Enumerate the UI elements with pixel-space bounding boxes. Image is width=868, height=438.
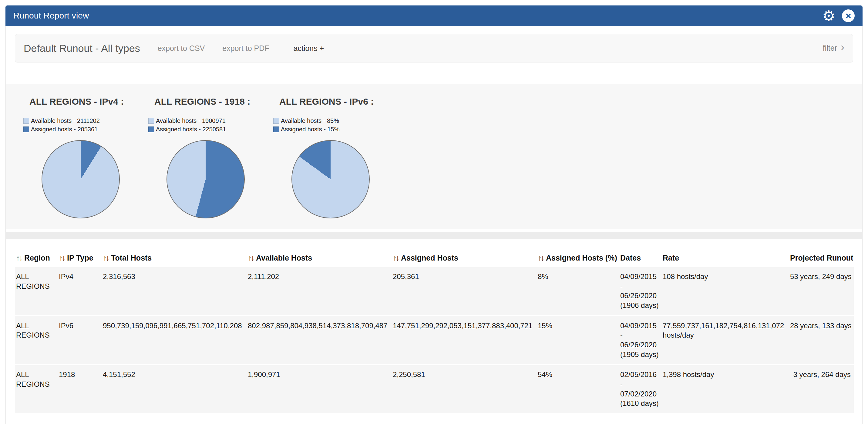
legend-swatch — [148, 126, 154, 132]
sort-icon[interactable]: ↑↓ — [16, 254, 22, 262]
column-label: Projected Runout — [790, 254, 853, 262]
sort-icon[interactable]: ↑↓ — [248, 254, 253, 262]
table-cell: 2,316,563 — [103, 267, 248, 316]
table-row: ALL REGIONS19184,151,5521,900,9712,250,5… — [15, 365, 854, 414]
legend-label: Assigned hosts - 205361 — [31, 125, 98, 133]
table-cell: 02/05/2016 - 07/02/2020 (1610 days) — [620, 365, 663, 414]
chart-title: ALL REGIONS - IPv6 : — [273, 96, 398, 107]
table-cell: 3 years, 264 days — [790, 365, 854, 414]
table-row: ALL REGIONSIPv6950,739,159,096,991,665,7… — [15, 316, 854, 365]
legend-swatch — [23, 118, 29, 124]
column-header-assigned-hosts[interactable]: ↑↓Assigned Hosts (%) — [538, 249, 620, 267]
table-cell: 04/09/2015 - 06/26/2020 (1906 days) — [620, 267, 663, 316]
legend-swatch — [273, 118, 279, 124]
column-label: Available Hosts — [256, 254, 312, 262]
table-cell: 2,250,581 — [393, 365, 538, 414]
column-label: Dates — [620, 254, 641, 262]
horizontal-scrollbar[interactable] — [6, 232, 862, 239]
report-toolbar: Default Runout - All types export to CSV… — [15, 34, 853, 62]
table-cell: 147,751,299,292,053,151,377,883,400,721 — [393, 316, 538, 365]
pie-chart-group: ALL REGIONS - IPv6 :Available hosts - 85… — [273, 96, 398, 218]
column-label: Assigned Hosts — [401, 254, 458, 262]
legend-item: Available hosts - 1900971 — [148, 117, 273, 125]
table-cell: 53 years, 249 days — [790, 267, 854, 316]
pie-chart-group: ALL REGIONS - 1918 :Available hosts - 19… — [148, 96, 273, 218]
runout-table: ↑↓Region↑↓IP Type↑↓Total Hosts↑↓Availabl… — [15, 249, 854, 414]
legend-swatch — [148, 118, 154, 124]
table-cell: 1,398 hosts/day — [663, 365, 790, 414]
legend-item: Assigned hosts - 205361 — [23, 125, 148, 133]
column-label: IP Type — [67, 254, 93, 262]
legend-label: Assigned hosts - 15% — [281, 125, 339, 133]
sort-icon[interactable]: ↑↓ — [393, 254, 399, 262]
legend-item: Assigned hosts - 15% — [273, 125, 398, 133]
legend-item: Assigned hosts - 2250581 — [148, 125, 273, 133]
column-label: Rate — [663, 254, 679, 262]
table-header-row: ↑↓Region↑↓IP Type↑↓Total Hosts↑↓Availabl… — [15, 249, 854, 267]
charts-panel: ALL REGIONS - IPv4 :Available hosts - 21… — [6, 84, 862, 229]
sort-icon[interactable]: ↑↓ — [103, 254, 108, 262]
table-cell: IPv6 — [59, 316, 103, 365]
table-cell: 28 years, 133 days — [790, 316, 854, 365]
table-cell: 8% — [538, 267, 620, 316]
table-cell: 1918 — [59, 365, 103, 414]
column-header-dates: Dates — [620, 249, 663, 267]
column-header-rate: Rate — [663, 249, 790, 267]
table-cell: 15% — [538, 316, 620, 365]
pie-chart — [41, 140, 120, 218]
table-cell: ALL REGIONS — [15, 365, 59, 414]
table-cell: 04/09/2015 - 06/26/2020 (1905 days) — [620, 316, 663, 365]
pie-chart — [291, 140, 370, 218]
table-cell: IPv4 — [59, 267, 103, 316]
actions-menu-button[interactable]: actions + — [293, 44, 324, 53]
chart-title: ALL REGIONS - IPv4 : — [23, 96, 148, 107]
window-title: Runout Report view — [13, 11, 89, 21]
filter-toggle[interactable]: filter › — [823, 43, 844, 54]
table-cell: 950,739,159,096,991,665,751,702,110,208 — [103, 316, 248, 365]
chart-legend: Available hosts - 85%Assigned hosts - 15… — [273, 117, 398, 133]
report-title: Default Runout - All types — [24, 42, 140, 54]
runout-report-window: Runout Report view ⚙ × Default Runout - … — [5, 5, 863, 425]
table-cell: 108 hosts/day — [663, 267, 790, 316]
column-header-assigned-hosts[interactable]: ↑↓Assigned Hosts — [393, 249, 538, 267]
table-cell: 802,987,859,804,938,514,373,818,709,487 — [248, 316, 393, 365]
chart-legend: Available hosts - 1900971Assigned hosts … — [148, 117, 273, 133]
table-cell: 77,559,737,161,182,754,816,131,072 hosts… — [663, 316, 790, 365]
column-label: Region — [24, 254, 50, 262]
table-cell: 2,111,202 — [248, 267, 393, 316]
export-csv-link[interactable]: export to CSV — [158, 44, 205, 53]
column-label: Total Hosts — [111, 254, 152, 262]
column-header-region[interactable]: ↑↓Region — [15, 249, 59, 267]
sort-icon[interactable]: ↑↓ — [59, 254, 65, 262]
pie-chart-group: ALL REGIONS - IPv4 :Available hosts - 21… — [23, 96, 148, 218]
column-header-total-hosts[interactable]: ↑↓Total Hosts — [103, 249, 248, 267]
table-cell: ALL REGIONS — [15, 267, 59, 316]
chevron-right-icon: › — [841, 43, 844, 54]
titlebar-icons: ⚙ × — [822, 8, 855, 23]
column-header-ip-type[interactable]: ↑↓IP Type — [59, 249, 103, 267]
window-body: Default Runout - All types export to CSV… — [5, 26, 863, 425]
table-cell: 205,361 — [393, 267, 538, 316]
column-header-projected-runout: Projected Runout — [790, 249, 854, 267]
column-label: Assigned Hosts (%) — [546, 254, 617, 262]
table-row: ALL REGIONSIPv42,316,5632,111,202205,361… — [15, 267, 854, 316]
table-cell: 4,151,552 — [103, 365, 248, 414]
filter-label: filter — [823, 44, 837, 53]
export-pdf-link[interactable]: export to PDF — [222, 44, 269, 53]
chart-title: ALL REGIONS - 1918 : — [148, 96, 273, 107]
legend-label: Available hosts - 1900971 — [156, 117, 226, 125]
window-titlebar: Runout Report view ⚙ × — [5, 5, 863, 26]
table-cell: ALL REGIONS — [15, 316, 59, 365]
close-icon[interactable]: × — [842, 9, 855, 22]
sort-icon[interactable]: ↑↓ — [538, 254, 544, 262]
legend-swatch — [23, 126, 29, 132]
settings-gear-icon[interactable]: ⚙ — [822, 8, 835, 23]
legend-swatch — [273, 126, 279, 132]
legend-label: Available hosts - 2111202 — [31, 117, 100, 125]
column-header-available-hosts[interactable]: ↑↓Available Hosts — [248, 249, 393, 267]
legend-label: Available hosts - 85% — [281, 117, 339, 125]
legend-item: Available hosts - 85% — [273, 117, 398, 125]
legend-item: Available hosts - 2111202 — [23, 117, 148, 125]
legend-label: Assigned hosts - 2250581 — [156, 125, 226, 133]
pie-chart — [166, 140, 245, 218]
